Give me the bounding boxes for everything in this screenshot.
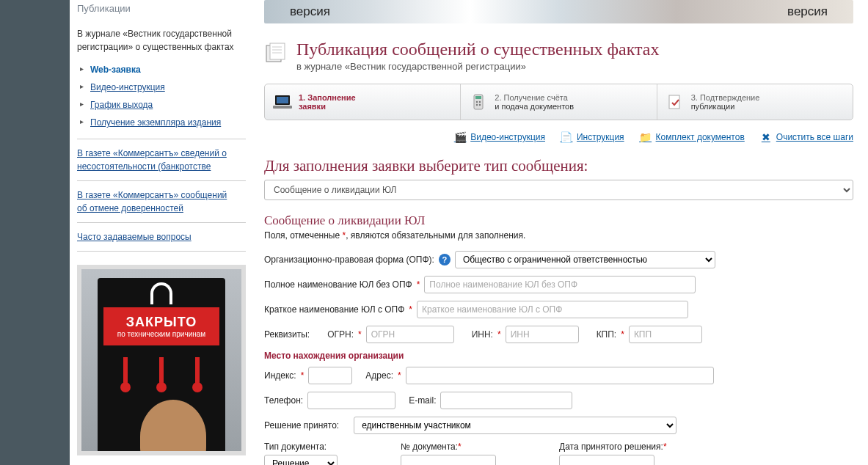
address-input[interactable] [406, 367, 714, 384]
link-video-instruction[interactable]: 🎬Видео-инструкция [453, 131, 545, 144]
index-input[interactable] [308, 367, 352, 384]
doc-type-label: Тип документа: [264, 442, 327, 452]
decision-label: Решение принято: [264, 420, 339, 431]
location-heading: Место нахождения организации [264, 351, 853, 361]
sidebar-block-kommersant-proxy[interactable]: В газете «Коммерсантъ» сообщений об отме… [77, 181, 246, 223]
sidebar: Публикации В журнале «Вестник государств… [70, 0, 253, 465]
steps-wizard: 1. Заполнениезаявки 2. Получение счётаи … [264, 84, 853, 120]
film-icon: 🎬 [453, 131, 467, 144]
tool-links: 🎬Видео-инструкция 📄Инструкция 📁Комплект … [264, 131, 853, 144]
closed-sign: ЗАКРЫТО по техническим причинам [103, 307, 219, 345]
ogrn-input[interactable] [366, 326, 454, 343]
sidebar-intro: В журнале «Вестник государственной регис… [77, 27, 246, 54]
page-subtitle: в журнале «Вестник государственной регис… [296, 61, 660, 72]
svg-point-11 [479, 101, 481, 103]
link-document-kit[interactable]: 📁Комплект документов [639, 131, 745, 144]
short-name-input[interactable] [417, 301, 688, 318]
short-name-label: Краткое наименование ЮЛ с ОПФ [264, 304, 404, 315]
step-1[interactable]: 1. Заполнениезаявки [265, 84, 461, 120]
doc-num-label: № документа: [401, 442, 458, 452]
step-2[interactable]: 2. Получение счётаи подача документов [461, 84, 657, 120]
sidebar-block-vestnik: В журнале «Вестник государственной регис… [77, 20, 246, 139]
phone-label: Телефон: [264, 395, 303, 406]
doc-date-input[interactable] [559, 455, 654, 465]
index-label: Индекс: [264, 370, 296, 381]
inn-input[interactable] [506, 326, 579, 343]
newspaper-icon [264, 41, 288, 65]
email-input[interactable] [440, 392, 572, 409]
phone-input[interactable] [307, 392, 395, 409]
sidebar-item-web-zayavka[interactable]: Web-заявка [90, 65, 141, 75]
sidebar-item-issue-copy[interactable]: Получение экземпляра издания [90, 117, 221, 128]
main-content: версия версия Публикация сообщений о сущ… [253, 0, 868, 465]
step-3[interactable]: 3. Подтверждениепубликации [657, 84, 853, 120]
help-icon[interactable]: ? [439, 254, 451, 266]
sidebar-block-faq[interactable]: Часто задаваемые вопросы [77, 223, 246, 252]
doc-type-select[interactable]: Решение [264, 455, 338, 465]
decision-select[interactable]: единственным участником [354, 417, 676, 434]
sidebar-block-kommersant-bankrupt[interactable]: В газете «Коммерсантъ» сведений о несост… [77, 139, 246, 181]
kpp-label: КПП: [597, 329, 617, 340]
calculator-icon [468, 94, 489, 110]
svg-point-13 [479, 104, 481, 106]
document-check-icon [665, 94, 685, 110]
kpp-input[interactable] [629, 326, 702, 343]
required-note: Поля, отмеченные *, являются обязательны… [264, 230, 853, 241]
svg-rect-9 [475, 96, 481, 99]
sidebar-item-video[interactable]: Видео-инструкция [90, 82, 165, 92]
full-name-label: Полное наименование ЮЛ без ОПФ [264, 279, 412, 290]
form-section-title: Сообщение о ликвидации ЮЛ [264, 213, 853, 228]
rekvizity-label: Реквизиты: [264, 329, 310, 340]
clear-icon: ✖ [759, 131, 773, 144]
folder-icon: 📁 [639, 131, 652, 144]
link-clear-steps[interactable]: ✖Очистить все шаги [759, 131, 853, 144]
full-name-input[interactable] [424, 276, 696, 293]
doc-num-input[interactable] [401, 455, 496, 465]
sidebar-promo-banner: ЗАКРЫТО по техническим причинам [77, 265, 246, 455]
doc-date-label: Дата принятого решения: [559, 442, 663, 452]
choose-type-heading: Для заполнения заявки выберите тип сообщ… [264, 157, 853, 175]
sidebar-item-schedule[interactable]: График выхода [90, 100, 153, 110]
svg-point-12 [476, 104, 478, 106]
message-type-select[interactable]: Сообщение о ликвидации ЮЛ [264, 180, 853, 200]
opf-label: Организационно-правовая форма (ОПФ): [264, 255, 434, 265]
opf-select[interactable]: Общество с ограниченной ответственностью [455, 251, 715, 268]
address-label: Адрес: [365, 370, 393, 381]
laptop-icon [272, 94, 293, 110]
inn-label: ИНН: [472, 329, 493, 340]
ogrn-label: ОГРН: [327, 329, 354, 340]
svg-rect-7 [273, 106, 292, 109]
svg-rect-1 [270, 43, 285, 59]
top-version-banner: версия версия [264, 0, 853, 23]
svg-point-10 [476, 101, 478, 103]
page-title: Публикация сообщений о существенных факт… [296, 40, 660, 59]
email-label: E-mail: [409, 395, 436, 406]
help-page-icon: 📄 [560, 131, 573, 144]
svg-rect-6 [277, 97, 288, 103]
svg-rect-14 [669, 95, 679, 109]
sidebar-heading: Публикации [77, 0, 246, 20]
link-instruction[interactable]: 📄Инструкция [560, 131, 624, 144]
